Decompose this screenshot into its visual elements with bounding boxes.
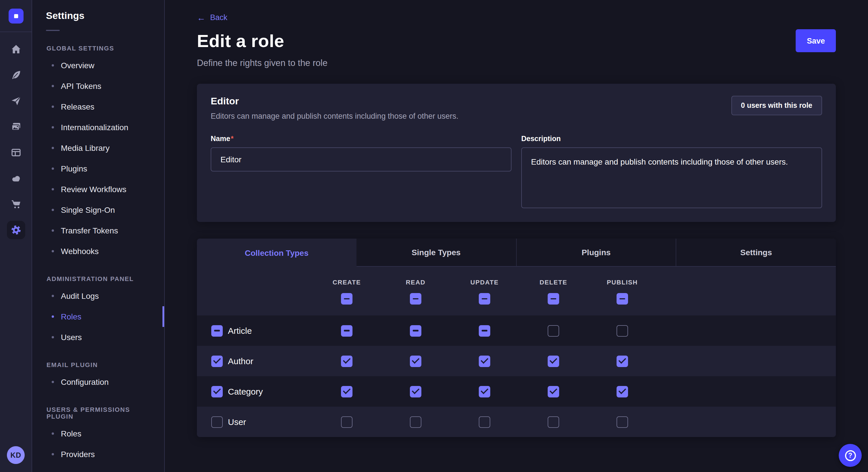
subnav-section-header-administration-panel: ADMINISTRATION PANEL [32,262,164,285]
author-publish-checkbox[interactable] [617,355,628,367]
paper-plane-icon-button[interactable] [7,92,25,110]
bullet-icon [52,229,54,232]
bullet-icon [52,315,54,318]
subnav-item-overview[interactable]: Overview [32,55,164,76]
bullet-icon [52,295,54,297]
layout-icon-button[interactable] [7,143,25,162]
subnav-item-roles[interactable]: Roles [32,423,164,444]
article-publish-checkbox[interactable] [617,325,628,336]
select-all-delete-checkbox[interactable] [548,293,559,305]
role-name-heading: Editor [211,96,458,107]
user-publish-checkbox[interactable] [617,416,628,428]
subnav-item-configuration[interactable]: Configuration [32,372,164,392]
category-create-checkbox[interactable] [341,386,352,397]
category-update-checkbox[interactable] [479,386,490,397]
tab-collection-types[interactable]: Collection Types [197,239,356,267]
back-link[interactable]: ← Back [197,13,227,22]
cart-icon-button[interactable] [7,195,25,213]
back-label: Back [210,13,227,22]
permissions-card: Collection TypesSingle TypesPluginsSetti… [197,239,836,437]
media-icon-button[interactable] [7,117,25,136]
article-update-checkbox[interactable] [479,325,490,336]
subnav-item-single-sign-on[interactable]: Single Sign-On [32,200,164,220]
subnav-section-header-global-settings: GLOBAL SETTINGS [32,31,164,55]
row-user-checkbox[interactable] [211,416,223,428]
subnav-item-webhooks[interactable]: Webhooks [32,241,164,262]
role-description-text: Editors can manage and publish contents … [211,112,458,121]
media-icon [10,121,22,133]
users-with-role-button[interactable]: 0 users with this role [731,96,822,115]
subnav-item-media-library[interactable]: Media Library [32,138,164,158]
role-name-input[interactable] [211,147,512,171]
author-delete-checkbox[interactable] [548,355,559,367]
tab-settings[interactable]: Settings [676,239,836,267]
article-delete-checkbox[interactable] [548,325,559,336]
permission-row-user: User [197,407,836,437]
question-mark-icon: ? [845,450,856,461]
select-all-read-checkbox[interactable] [410,293,422,305]
permission-row-author: Author [197,346,836,376]
back-arrow-icon: ← [197,13,206,22]
user-update-checkbox[interactable] [479,416,490,428]
bullet-icon [52,381,54,383]
subnav-item-releases[interactable]: Releases [32,96,164,117]
category-publish-checkbox[interactable] [617,386,628,397]
article-read-checkbox[interactable] [410,325,422,336]
bullet-icon [52,126,54,129]
row-category-checkbox[interactable] [211,386,223,397]
permission-row-article: Article [197,315,836,346]
main-nav-rail: KD [0,0,32,472]
user-read-checkbox[interactable] [410,416,422,428]
subnav-item-audit-logs[interactable]: Audit Logs [32,285,164,306]
row-label: Category [228,386,263,396]
permission-row-category: Category [197,376,836,407]
subnav-item-api-tokens[interactable]: API Tokens [32,76,164,96]
save-button[interactable]: Save [796,29,836,52]
subnav-item-roles[interactable]: Roles [32,306,164,327]
select-all-publish-checkbox[interactable] [617,293,628,305]
subnav-item-review-workflows[interactable]: Review Workflows [32,179,164,200]
author-create-checkbox[interactable] [341,355,352,367]
user-delete-checkbox[interactable] [548,416,559,428]
permissions-table-header: CREATEREADUPDATEDELETEPUBLISH [197,267,836,315]
bullet-icon [52,147,54,149]
bullet-icon [52,188,54,191]
subnav-section-header-email-plugin: EMAIL PLUGIN [32,347,164,372]
role-description-textarea[interactable]: Editors can manage and publish contents … [521,147,822,208]
author-update-checkbox[interactable] [479,355,490,367]
bullet-icon [52,85,54,87]
subnav-sections: GLOBAL SETTINGS Overview API Tokens Rele… [32,31,164,465]
feather-icon-button[interactable] [7,66,25,84]
row-author-checkbox[interactable] [211,355,223,367]
subnav-item-providers[interactable]: Providers [32,444,164,465]
home-icon [10,43,22,55]
gear-icon-button[interactable] [7,221,25,239]
app-window: KD Settings GLOBAL SETTINGS Overview API… [0,0,868,472]
subnav-item-plugins[interactable]: Plugins [32,158,164,179]
row-label: Author [228,356,253,366]
author-read-checkbox[interactable] [410,355,422,367]
subnav-item-transfer-tokens[interactable]: Transfer Tokens [32,220,164,241]
category-delete-checkbox[interactable] [548,386,559,397]
strapi-logo[interactable] [8,9,23,24]
select-all-create-checkbox[interactable] [341,293,352,305]
user-avatar[interactable]: KD [7,446,25,464]
main-content: ← Back Edit a role Save Define the right… [165,0,868,472]
subnav-item-internationalization[interactable]: Internationalization [32,117,164,138]
help-button[interactable]: ? [839,444,862,467]
cloud-icon-button[interactable] [7,169,25,188]
subnav-item-users[interactable]: Users [32,327,164,347]
user-create-checkbox[interactable] [341,416,352,428]
row-article-checkbox[interactable] [211,325,223,336]
column-header-create: CREATE [333,279,361,285]
column-header-publish: PUBLISH [607,279,638,285]
tab-plugins[interactable]: Plugins [516,239,676,267]
column-header-delete: DELETE [539,279,567,285]
category-read-checkbox[interactable] [410,386,422,397]
role-details-card: Editor Editors can manage and publish co… [197,84,836,222]
select-all-update-checkbox[interactable] [479,293,490,305]
home-icon-button[interactable] [7,40,25,59]
bullet-icon [52,64,54,67]
tab-single-types[interactable]: Single Types [356,239,516,267]
article-create-checkbox[interactable] [341,325,352,336]
